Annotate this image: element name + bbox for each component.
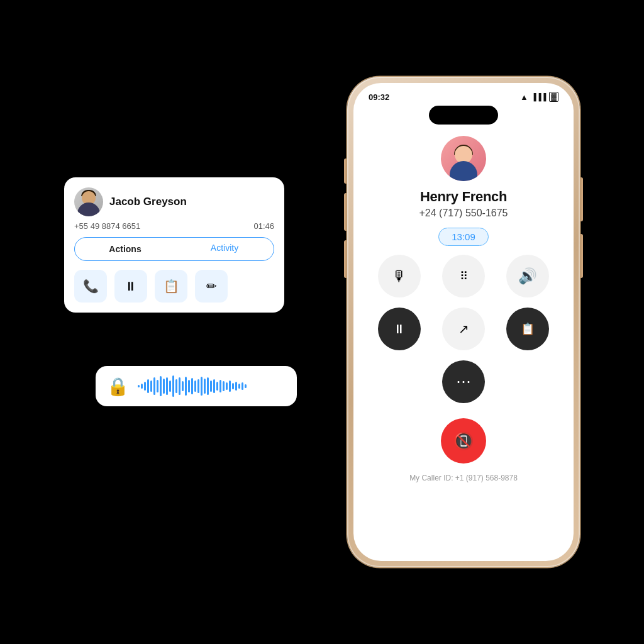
- wave-bar: [235, 382, 237, 391]
- contact-name: Henry French: [353, 189, 574, 205]
- wave-bar: [226, 382, 228, 390]
- status-bar: 09:32 ▲ ▐▐▐ ▓: [353, 83, 574, 102]
- wave-bar: [188, 380, 190, 392]
- wave-bar: [197, 379, 199, 393]
- wave-bar: [166, 377, 168, 395]
- phone-frame: 09:32 ▲ ▐▐▐ ▓ Henry French +24 (717) 550…: [347, 77, 580, 567]
- wave-bar: [245, 384, 247, 388]
- wave-bar: [150, 380, 152, 392]
- caller-id-label: My Caller ID: +1 (917) 568-9878: [353, 474, 574, 482]
- wave-bar: [210, 380, 212, 392]
- wave-bar: [213, 379, 215, 393]
- wifi-icon: ▲: [520, 92, 528, 102]
- volume-down-button[interactable]: [344, 240, 347, 278]
- card-contact-name: Jacob Greyson: [109, 196, 187, 208]
- phone-screen: 09:32 ▲ ▐▐▐ ▓ Henry French +24 (717) 550…: [353, 83, 574, 561]
- card-call-duration: 01:46: [253, 221, 274, 231]
- more-button[interactable]: ⋯: [442, 360, 485, 403]
- tab-actions[interactable]: Actions: [76, 239, 174, 259]
- status-icons: ▲ ▐▐▐ ▓: [520, 92, 558, 102]
- wave-bar: [194, 380, 196, 392]
- wave-bar: [147, 379, 149, 393]
- contact-phone-number: +24 (717) 550-1675: [353, 208, 574, 219]
- wave-bar: [201, 377, 203, 396]
- wave-bar: [138, 385, 140, 387]
- contact-avatar: [441, 136, 486, 181]
- wave-bar: [242, 382, 243, 390]
- wave-bar: [232, 383, 234, 389]
- wave-bar: [185, 377, 187, 396]
- volume-up-button[interactable]: [344, 193, 347, 231]
- call-buttons-grid: 🎙 ⠿ 🔊 ⏸ ↗ 📋 ⋯: [353, 255, 574, 403]
- card-tabs: Actions Activity: [74, 237, 274, 261]
- wave-bar: [219, 380, 221, 392]
- end-call-button[interactable]: 📵: [441, 418, 486, 464]
- wave-bar: [172, 375, 174, 397]
- action-edit-button[interactable]: ✏: [195, 270, 228, 303]
- wave-bar: [191, 378, 193, 394]
- keypad-button[interactable]: ⠿: [442, 255, 485, 297]
- wave-bar: [163, 379, 165, 394]
- wave-bar: [144, 382, 146, 391]
- card-info-row: +55 49 8874 6651 01:46: [74, 221, 274, 231]
- waveform: [138, 375, 286, 397]
- signal-icon: ▐▐▐: [531, 93, 546, 101]
- card-avatar: [74, 187, 103, 216]
- lock-icon: 🔒: [107, 376, 129, 397]
- action-notes-button[interactable]: 📋: [155, 270, 187, 303]
- wave-bar: [179, 377, 180, 395]
- mute-button[interactable]: 🎙: [378, 255, 421, 297]
- silent-button[interactable]: [344, 158, 347, 184]
- dynamic-island: [429, 106, 498, 125]
- wave-bar: [238, 384, 240, 389]
- avatar-body: [450, 161, 477, 181]
- wave-bar: [204, 379, 206, 394]
- status-time: 09:32: [369, 92, 389, 102]
- timer-badge: 13:09: [438, 228, 489, 246]
- audio-card: 🔒: [96, 366, 297, 406]
- wave-bar: [153, 377, 155, 395]
- speaker-button[interactable]: 🔊: [506, 255, 549, 297]
- end-call-area: 📵: [353, 418, 574, 464]
- hold-button[interactable]: ⏸: [378, 308, 421, 350]
- wave-bar: [216, 382, 218, 391]
- card-phone-number: +55 49 8874 6651: [74, 221, 140, 231]
- wave-bar: [160, 376, 162, 396]
- notes-button[interactable]: 📋: [506, 308, 549, 350]
- transfer-button[interactable]: ↗: [442, 308, 485, 350]
- wave-bar: [175, 379, 177, 393]
- contact-card: Jacob Greyson +55 49 8874 6651 01:46 Act…: [64, 177, 284, 313]
- wave-bar: [141, 384, 143, 389]
- wave-bar: [229, 380, 231, 392]
- wave-bar: [169, 380, 171, 392]
- call-timer-area: 13:09: [353, 228, 574, 246]
- wave-bar: [182, 381, 184, 391]
- wave-bar: [207, 377, 209, 395]
- scene: 09:32 ▲ ▐▐▐ ▓ Henry French +24 (717) 550…: [64, 52, 580, 592]
- tab-activity[interactable]: Activity: [175, 238, 274, 260]
- card-action-buttons: 📞 ⏸ 📋 ✏: [74, 270, 274, 303]
- wave-bar: [223, 381, 225, 391]
- card-header: Jacob Greyson: [74, 187, 274, 216]
- action-hold-button[interactable]: ⏸: [114, 270, 147, 303]
- ca-body: [77, 203, 100, 216]
- battery-icon: ▓: [549, 92, 558, 102]
- wave-bar: [157, 380, 158, 392]
- action-call-button[interactable]: 📞: [74, 270, 107, 303]
